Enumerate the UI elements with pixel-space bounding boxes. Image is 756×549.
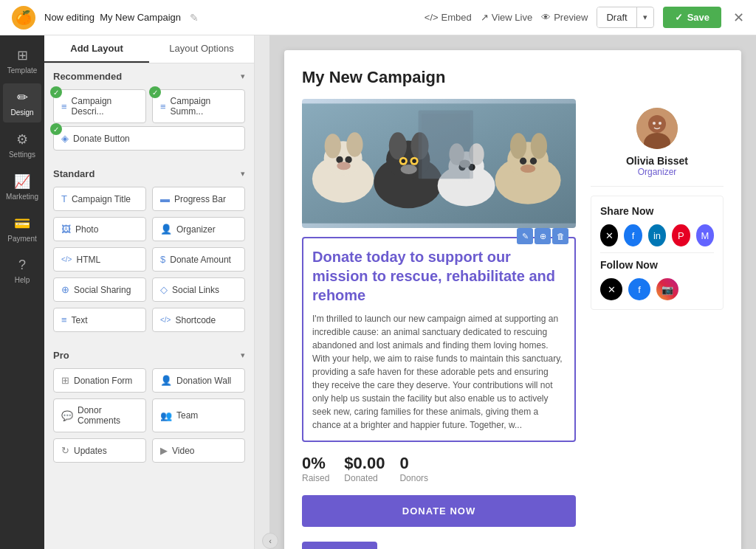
check-icon: ✓ <box>149 86 161 98</box>
content-main: ✎ ⊕ 🗑 Donate today to support our missio… <box>302 99 576 549</box>
preview-button[interactable]: 👁 Preview <box>541 12 588 23</box>
follow-x-icon[interactable]: ✕ <box>600 278 622 300</box>
donation-wall-label: Donation Wall <box>176 376 231 386</box>
nav-sidebar: ⊞ Template ✏ Design ⚙ Settings 📈 Marketi… <box>0 35 44 549</box>
campaign-image <box>302 99 576 228</box>
progress-bar-label: Progress Bar <box>174 194 226 204</box>
donor-comments-label: Donor Comments <box>78 405 138 426</box>
share-x-icon[interactable]: ✕ <box>600 224 618 246</box>
organizer-widget: Olivia Bisset Organizer <box>591 99 724 187</box>
share-linkedin-icon[interactable]: in <box>648 224 666 246</box>
item-social-sharing[interactable]: ⊕ Social Sharing <box>53 277 146 302</box>
organizer-role: Organizer <box>591 167 724 177</box>
draft-selector[interactable]: Draft ▾ <box>597 7 653 28</box>
nav-marketing[interactable]: 📈 Marketing <box>3 168 41 207</box>
edit-title-icon[interactable]: ✎ <box>190 12 199 24</box>
share-widget: Share Now ✕ f in P M Follow Now ✕ f <box>591 196 724 310</box>
item-team[interactable]: 👥 Team <box>152 398 245 432</box>
recommended-campaign-descr[interactable]: ✓ ≡ Campaign Descri... <box>53 89 146 123</box>
stats-row: 0% Raised $0.00 Donated 0 Donors <box>302 454 576 483</box>
recommended-single-items: ✓ ◈ Donate Button <box>53 126 245 151</box>
svg-point-16 <box>412 159 416 163</box>
donate-now-button[interactable]: DONATE NOW <box>302 495 576 527</box>
panel-collapse-button[interactable]: ‹ <box>262 533 278 549</box>
view-live-button[interactable]: ↗ View Live <box>481 12 532 23</box>
check-icon: ✓ <box>50 123 62 135</box>
item-social-links[interactable]: ◇ Social Links <box>152 277 245 302</box>
pro-header[interactable]: Pro ▾ <box>53 350 245 361</box>
desc-delete-btn[interactable]: 🗑 <box>552 228 568 244</box>
video-label: Video <box>172 446 194 456</box>
organizer-label: Organizer <box>176 224 216 235</box>
campaign-descr-icon: ≡ <box>61 101 67 112</box>
text-label: Text <box>72 315 88 325</box>
item-donation-wall[interactable]: 👤 Donation Wall <box>152 368 245 393</box>
donate-amount-label: Donate Amount <box>170 255 231 265</box>
social-links-label: Social Links <box>172 285 219 295</box>
item-photo[interactable]: 🖼 Photo <box>53 217 146 241</box>
photo-icon: 🖼 <box>61 224 71 235</box>
share-facebook-icon[interactable]: f <box>624 224 642 246</box>
desc-copy-btn[interactable]: ⊕ <box>535 228 551 244</box>
pro-section: Pro ▾ ⊞ Donation Form 👤 Donation Wall 💬 … <box>44 342 254 473</box>
follow-instagram-icon[interactable]: 📷 <box>656 278 678 300</box>
item-donate-amount[interactable]: $ Donate Amount <box>152 247 245 272</box>
panel-tabs: Add Layout Layout Options <box>44 35 254 63</box>
svg-point-36 <box>653 122 656 125</box>
recommended-campaign-summ[interactable]: ✓ ≡ Campaign Summ... <box>152 89 245 123</box>
pro-items-grid: ⊞ Donation Form 👤 Donation Wall 💬 Donor … <box>53 368 245 463</box>
nav-design[interactable]: ✏ Design <box>3 83 41 122</box>
draft-label[interactable]: Draft <box>597 7 636 27</box>
donate-button-label: Donate Button <box>73 134 130 144</box>
pro-chevron: ▾ <box>241 351 245 360</box>
svg-point-3 <box>325 134 341 158</box>
save-button[interactable]: ✓ Save <box>663 7 721 28</box>
draft-dropdown-arrow[interactable]: ▾ <box>637 8 653 27</box>
campaign-descr-label: Campaign Descri... <box>72 96 138 117</box>
item-html[interactable]: </> HTML <box>53 247 146 272</box>
share-title: Share Now <box>600 205 714 217</box>
item-progress-bar[interactable]: ▬ Progress Bar <box>152 187 245 211</box>
tab-layout-options[interactable]: Layout Options <box>149 35 254 63</box>
donate-amount-icon: $ <box>160 254 165 265</box>
svg-point-26 <box>510 133 526 159</box>
nav-payment[interactable]: 💳 Payment <box>3 210 41 249</box>
template-icon: ⊞ <box>17 47 28 63</box>
description-body: I'm thrilled to launch our new campaign … <box>312 312 566 432</box>
desc-edit-btn[interactable]: ✎ <box>517 228 533 244</box>
item-campaign-title[interactable]: T Campaign Title <box>53 187 146 211</box>
description-heading: Donate today to support our mission to r… <box>312 247 566 305</box>
stat-donated: $0.00 Donated <box>344 454 385 483</box>
share-mastodon-icon[interactable]: M <box>696 224 714 246</box>
organizer-avatar <box>636 108 678 149</box>
recommended-donate-button[interactable]: ✓ ◈ Donate Button <box>53 126 245 151</box>
photo-label: Photo <box>75 224 98 235</box>
recommended-header[interactable]: Recommended ▾ <box>53 71 245 82</box>
view-live-icon: ↗ <box>481 12 489 23</box>
nav-help[interactable]: ? Help <box>3 252 41 290</box>
campaign-page-card: My New Campaign <box>284 50 741 549</box>
item-shortcode[interactable]: </> Shortcode <box>152 308 245 332</box>
nav-template[interactable]: ⊞ Template <box>3 41 41 80</box>
follow-facebook-icon[interactable]: f <box>628 278 650 300</box>
standard-header[interactable]: Standard ▾ <box>53 168 245 179</box>
overview-button[interactable]: Overview <box>302 542 377 549</box>
item-donor-comments[interactable]: 💬 Donor Comments <box>53 398 146 432</box>
svg-point-15 <box>401 159 405 163</box>
svg-point-14 <box>401 165 417 174</box>
item-updates[interactable]: ↻ Updates <box>53 438 146 463</box>
item-organizer[interactable]: 👤 Organizer <box>152 217 245 241</box>
nav-settings[interactable]: ⚙ Settings <box>3 125 41 165</box>
design-icon: ✏ <box>17 89 28 106</box>
social-sharing-label: Social Sharing <box>74 285 131 295</box>
stat-donors: 0 Donors <box>399 454 428 483</box>
content-row: ✎ ⊕ 🗑 Donate today to support our missio… <box>302 99 724 549</box>
embed-button[interactable]: </> Embed <box>425 12 472 23</box>
share-pinterest-icon[interactable]: P <box>672 224 690 246</box>
item-text[interactable]: ≡ Text <box>53 308 146 332</box>
item-video[interactable]: ▶ Video <box>152 438 245 463</box>
standard-section: Standard ▾ T Campaign Title ▬ Progress B… <box>44 161 254 342</box>
close-button[interactable]: ✕ <box>733 10 744 26</box>
tab-add-layout[interactable]: Add Layout <box>44 35 149 63</box>
item-donation-form[interactable]: ⊞ Donation Form <box>53 368 146 393</box>
